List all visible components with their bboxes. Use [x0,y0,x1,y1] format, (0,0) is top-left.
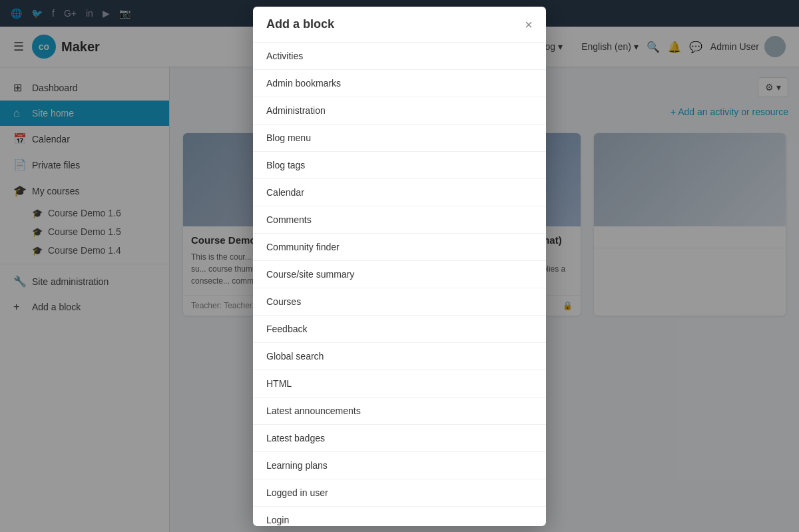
block-item-administration[interactable]: Administration [253,97,546,125]
block-item-learning-plans[interactable]: Learning plans [253,452,546,479]
modal-title: Add a block [266,17,334,31]
block-item-blog-menu[interactable]: Blog menu [253,125,546,152]
block-item-feedback[interactable]: Feedback [253,316,546,343]
block-item-admin-bookmarks[interactable]: Admin bookmarks [253,70,546,97]
block-item-course-site-summary[interactable]: Course/site summary [253,261,546,288]
block-item-courses[interactable]: Courses [253,288,546,316]
block-item-logged-in-user[interactable]: Logged in user [253,479,546,507]
modal-body: Activities Admin bookmarks Administratio… [253,43,546,526]
block-item-login[interactable]: Login [253,507,546,526]
block-item-latest-announcements[interactable]: Latest announcements [253,398,546,425]
block-item-activities[interactable]: Activities [253,43,546,70]
modal-header: Add a block × [253,7,546,43]
block-item-global-search[interactable]: Global search [253,343,546,370]
block-item-latest-badges[interactable]: Latest badges [253,425,546,452]
block-item-community-finder[interactable]: Community finder [253,234,546,261]
block-item-calendar[interactable]: Calendar [253,179,546,206]
block-item-html[interactable]: HTML [253,370,546,398]
block-item-comments[interactable]: Comments [253,206,546,234]
modal-overlay[interactable]: Add a block × Activities Admin bookmarks… [0,0,799,532]
block-item-blog-tags[interactable]: Blog tags [253,152,546,179]
add-block-modal: Add a block × Activities Admin bookmarks… [253,7,546,526]
modal-close-button[interactable]: × [525,18,533,31]
